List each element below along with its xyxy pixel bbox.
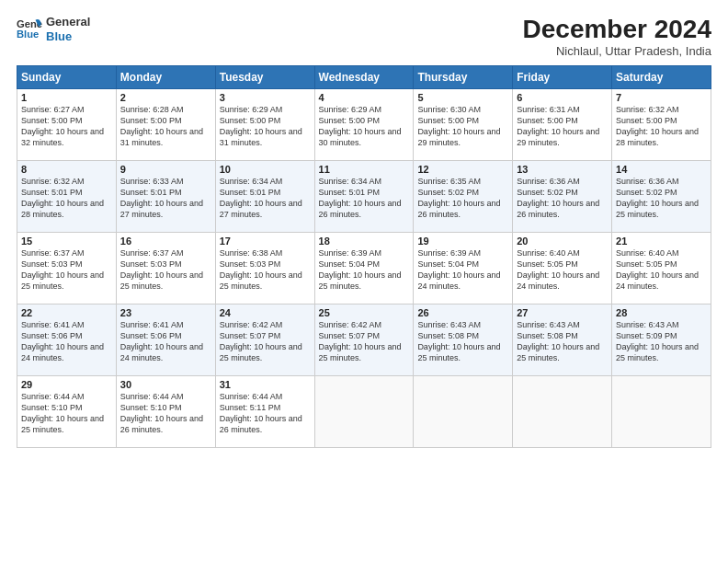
- logo: General Blue General Blue: [17, 15, 90, 43]
- calendar-cell: 26 Sunrise: 6:43 AMSunset: 5:08 PMDaylig…: [414, 304, 513, 376]
- cell-content: Sunrise: 6:39 AMSunset: 5:04 PMDaylight:…: [319, 248, 402, 291]
- calendar-cell: 31 Sunrise: 6:44 AMSunset: 5:11 PMDaylig…: [215, 376, 314, 448]
- day-number: 5: [417, 92, 508, 103]
- calendar-cell: 29 Sunrise: 6:44 AMSunset: 5:10 PMDaylig…: [17, 376, 117, 448]
- calendar-cell: 23 Sunrise: 6:41 AMSunset: 5:06 PMDaylig…: [116, 304, 215, 376]
- day-number: 24: [220, 307, 311, 318]
- header: General Blue General Blue December 2024 …: [17, 15, 711, 58]
- calendar-cell: 2 Sunrise: 6:28 AMSunset: 5:00 PMDayligh…: [116, 89, 215, 161]
- day-number: 19: [417, 236, 508, 247]
- cell-content: Sunrise: 6:39 AMSunset: 5:04 PMDaylight:…: [417, 248, 500, 291]
- cell-content: Sunrise: 6:36 AMSunset: 5:02 PMDaylight:…: [616, 177, 699, 219]
- cell-content: Sunrise: 6:34 AMSunset: 5:01 PMDaylight:…: [319, 177, 402, 219]
- calendar-cell: 10 Sunrise: 6:34 AMSunset: 5:01 PMDaylig…: [215, 161, 314, 233]
- day-number: 10: [220, 164, 311, 175]
- calendar-cell: 19 Sunrise: 6:39 AMSunset: 5:04 PMDaylig…: [414, 233, 513, 304]
- day-number: 6: [517, 92, 608, 103]
- day-number: 21: [616, 236, 707, 247]
- logo-text-general: General: [46, 15, 90, 29]
- col-thursday: Thursday: [414, 66, 513, 89]
- calendar-cell: [513, 376, 612, 448]
- day-number: 3: [220, 92, 311, 103]
- calendar-cell: 21 Sunrise: 6:40 AMSunset: 5:05 PMDaylig…: [612, 233, 711, 304]
- calendar-cell: 27 Sunrise: 6:43 AMSunset: 5:08 PMDaylig…: [513, 304, 612, 376]
- svg-text:Blue: Blue: [17, 29, 39, 40]
- day-number: 4: [319, 92, 410, 103]
- day-number: 22: [21, 307, 112, 318]
- cell-content: Sunrise: 6:29 AMSunset: 5:00 PMDaylight:…: [319, 105, 402, 147]
- cell-content: Sunrise: 6:42 AMSunset: 5:07 PMDaylight:…: [319, 320, 402, 362]
- day-number: 17: [220, 236, 311, 247]
- col-friday: Friday: [513, 66, 612, 89]
- day-number: 18: [319, 236, 410, 247]
- calendar-cell: 16 Sunrise: 6:37 AMSunset: 5:03 PMDaylig…: [116, 233, 215, 304]
- cell-content: Sunrise: 6:43 AMSunset: 5:08 PMDaylight:…: [517, 320, 599, 362]
- col-tuesday: Tuesday: [215, 66, 314, 89]
- week-row-5: 29 Sunrise: 6:44 AMSunset: 5:10 PMDaylig…: [17, 376, 711, 448]
- cell-content: Sunrise: 6:32 AMSunset: 5:00 PMDaylight:…: [616, 105, 699, 147]
- calendar-cell: 7 Sunrise: 6:32 AMSunset: 5:00 PMDayligh…: [612, 89, 711, 161]
- header-row: Sunday Monday Tuesday Wednesday Thursday…: [17, 66, 711, 89]
- cell-content: Sunrise: 6:31 AMSunset: 5:00 PMDaylight:…: [517, 105, 599, 147]
- day-number: 23: [120, 307, 211, 318]
- day-number: 26: [417, 307, 508, 318]
- col-monday: Monday: [116, 66, 215, 89]
- week-row-2: 8 Sunrise: 6:32 AMSunset: 5:01 PMDayligh…: [17, 161, 711, 233]
- cell-content: Sunrise: 6:29 AMSunset: 5:00 PMDaylight:…: [220, 105, 302, 147]
- day-number: 13: [517, 164, 608, 175]
- day-number: 27: [517, 307, 608, 318]
- calendar-cell: 25 Sunrise: 6:42 AMSunset: 5:07 PMDaylig…: [314, 304, 414, 376]
- calendar-cell: 24 Sunrise: 6:42 AMSunset: 5:07 PMDaylig…: [215, 304, 314, 376]
- logo-icon: General Blue: [17, 17, 42, 42]
- subtitle: Nichlaul, Uttar Pradesh, India: [523, 44, 711, 58]
- day-number: 9: [120, 164, 211, 175]
- col-wednesday: Wednesday: [314, 66, 414, 89]
- day-number: 16: [120, 236, 211, 247]
- day-number: 11: [319, 164, 410, 175]
- day-number: 2: [120, 92, 211, 103]
- page: General Blue General Blue December 2024 …: [0, 0, 728, 563]
- col-sunday: Sunday: [17, 66, 117, 89]
- cell-content: Sunrise: 6:30 AMSunset: 5:00 PMDaylight:…: [417, 105, 500, 147]
- calendar-cell: 11 Sunrise: 6:34 AMSunset: 5:01 PMDaylig…: [314, 161, 414, 233]
- day-number: 31: [220, 379, 311, 390]
- calendar-cell: [314, 376, 414, 448]
- day-number: 20: [517, 236, 608, 247]
- calendar-cell: [414, 376, 513, 448]
- cell-content: Sunrise: 6:36 AMSunset: 5:02 PMDaylight:…: [517, 177, 599, 219]
- week-row-4: 22 Sunrise: 6:41 AMSunset: 5:06 PMDaylig…: [17, 304, 711, 376]
- cell-content: Sunrise: 6:32 AMSunset: 5:01 PMDaylight:…: [21, 177, 104, 219]
- day-number: 12: [417, 164, 508, 175]
- cell-content: Sunrise: 6:27 AMSunset: 5:00 PMDaylight:…: [21, 105, 104, 147]
- calendar-cell: 1 Sunrise: 6:27 AMSunset: 5:00 PMDayligh…: [17, 89, 117, 161]
- calendar-cell: 6 Sunrise: 6:31 AMSunset: 5:00 PMDayligh…: [513, 89, 612, 161]
- cell-content: Sunrise: 6:37 AMSunset: 5:03 PMDaylight:…: [21, 248, 104, 291]
- cell-content: Sunrise: 6:41 AMSunset: 5:06 PMDaylight:…: [21, 320, 104, 362]
- logo-text-blue: Blue: [46, 29, 90, 44]
- calendar-cell: 17 Sunrise: 6:38 AMSunset: 5:03 PMDaylig…: [215, 233, 314, 304]
- cell-content: Sunrise: 6:43 AMSunset: 5:08 PMDaylight:…: [417, 320, 500, 362]
- cell-content: Sunrise: 6:40 AMSunset: 5:05 PMDaylight:…: [517, 248, 599, 291]
- col-saturday: Saturday: [612, 66, 711, 89]
- cell-content: Sunrise: 6:37 AMSunset: 5:03 PMDaylight:…: [120, 248, 203, 291]
- day-number: 1: [21, 92, 112, 103]
- cell-content: Sunrise: 6:34 AMSunset: 5:01 PMDaylight:…: [220, 177, 302, 219]
- cell-content: Sunrise: 6:44 AMSunset: 5:10 PMDaylight:…: [21, 392, 104, 434]
- day-number: 25: [319, 307, 410, 318]
- cell-content: Sunrise: 6:44 AMSunset: 5:11 PMDaylight:…: [220, 392, 302, 434]
- calendar-cell: 28 Sunrise: 6:43 AMSunset: 5:09 PMDaylig…: [612, 304, 711, 376]
- day-number: 15: [21, 236, 112, 247]
- day-number: 28: [616, 307, 707, 318]
- calendar-cell: 14 Sunrise: 6:36 AMSunset: 5:02 PMDaylig…: [612, 161, 711, 233]
- calendar-cell: 8 Sunrise: 6:32 AMSunset: 5:01 PMDayligh…: [17, 161, 117, 233]
- calendar-cell: 22 Sunrise: 6:41 AMSunset: 5:06 PMDaylig…: [17, 304, 117, 376]
- calendar-cell: 13 Sunrise: 6:36 AMSunset: 5:02 PMDaylig…: [513, 161, 612, 233]
- cell-content: Sunrise: 6:41 AMSunset: 5:06 PMDaylight:…: [120, 320, 203, 362]
- calendar-cell: 5 Sunrise: 6:30 AMSunset: 5:00 PMDayligh…: [414, 89, 513, 161]
- day-number: 30: [120, 379, 211, 390]
- day-number: 29: [21, 379, 112, 390]
- day-number: 8: [21, 164, 112, 175]
- cell-content: Sunrise: 6:28 AMSunset: 5:00 PMDaylight:…: [120, 105, 203, 147]
- cell-content: Sunrise: 6:44 AMSunset: 5:10 PMDaylight:…: [120, 392, 203, 434]
- week-row-1: 1 Sunrise: 6:27 AMSunset: 5:00 PMDayligh…: [17, 89, 711, 161]
